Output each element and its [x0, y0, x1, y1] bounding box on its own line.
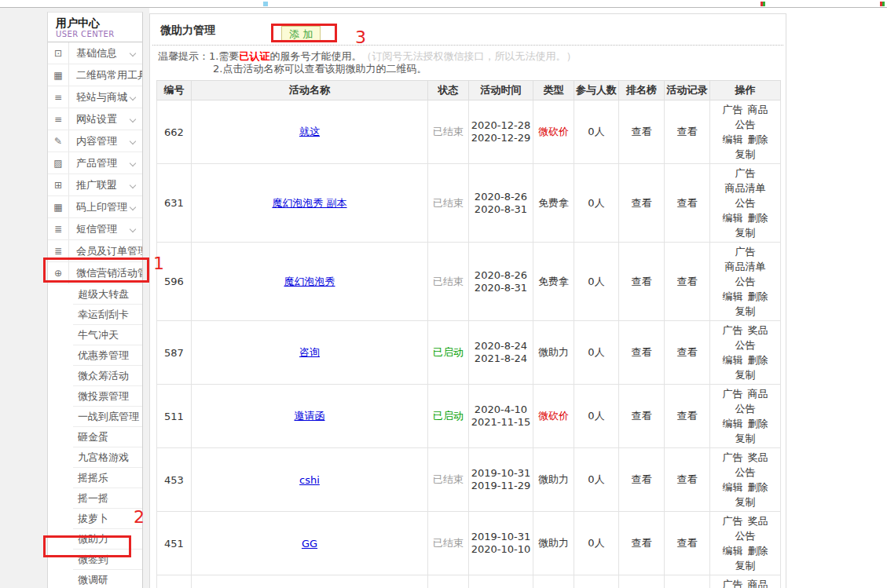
op-link[interactable]: 编辑: [723, 416, 743, 431]
op-link[interactable]: 广告: [723, 102, 743, 117]
sidebar-item[interactable]: ▦码上印管理: [48, 196, 142, 218]
submenu-item[interactable]: 微众筹活动: [73, 366, 142, 386]
op-link[interactable]: 编辑: [723, 543, 743, 558]
op-link[interactable]: 公告: [735, 465, 756, 480]
submenu-item[interactable]: 超级大转盘: [73, 284, 142, 305]
op-link[interactable]: 公告: [735, 338, 756, 352]
op-link[interactable]: 广告: [723, 513, 743, 528]
op-link[interactable]: 广告: [735, 244, 756, 259]
sidebar-item[interactable]: ≣短信管理: [48, 218, 142, 240]
record-view-link[interactable]: 查看: [677, 410, 698, 422]
edit-icon: ✎: [48, 130, 69, 152]
rank-view-link[interactable]: 查看: [632, 473, 652, 485]
op-link[interactable]: 删除: [748, 132, 768, 147]
op-link[interactable]: 删除: [748, 543, 768, 558]
op-link[interactable]: 广告: [723, 450, 743, 465]
op-link[interactable]: 广告: [723, 386, 743, 401]
op-link[interactable]: 复制: [735, 304, 756, 319]
op-link[interactable]: 删除: [748, 416, 768, 431]
sidebar-item[interactable]: ≡轻站与商城: [48, 86, 142, 108]
op-link[interactable]: 商品: [748, 577, 768, 588]
op-link[interactable]: 公告: [735, 274, 756, 289]
op-link[interactable]: 删除: [748, 289, 768, 304]
submenu-item[interactable]: 一战到底管理: [73, 407, 142, 427]
submenu-item[interactable]: 幸运刮刮卡: [73, 305, 142, 325]
submenu-item[interactable]: 九宫格游戏: [73, 447, 142, 468]
activity-time-start: 2020-8-26: [471, 269, 531, 282]
submenu-item[interactable]: 微投票管理: [73, 386, 142, 407]
sidebar-item-label: 基础信息: [69, 42, 130, 64]
op-link[interactable]: 删除: [748, 480, 768, 495]
activity-time-start: 2020-12-28: [471, 119, 531, 132]
op-link[interactable]: 复制: [735, 558, 756, 573]
op-link[interactable]: 商品: [748, 386, 768, 401]
record-view-link[interactable]: 查看: [677, 473, 698, 485]
op-link[interactable]: 奖品: [748, 323, 768, 338]
rank-view-link[interactable]: 查看: [632, 276, 652, 287]
submenu-item[interactable]: 优惠券管理: [73, 345, 142, 366]
op-link[interactable]: 复制: [735, 225, 756, 240]
op-link[interactable]: 复制: [735, 147, 756, 162]
status-text: 已启动: [428, 385, 469, 448]
op-link[interactable]: 编辑: [723, 480, 743, 495]
activity-type: 免费拿: [533, 164, 574, 243]
submenu-item[interactable]: 砸金蛋: [73, 427, 142, 447]
op-link[interactable]: 奖品: [748, 513, 768, 528]
op-link[interactable]: 公告: [735, 401, 756, 416]
op-link[interactable]: 复制: [735, 495, 756, 509]
sidebar-item[interactable]: ✎内容管理: [48, 130, 142, 152]
op-link[interactable]: 公告: [735, 117, 756, 132]
op-link[interactable]: 编辑: [723, 289, 743, 304]
op-link[interactable]: 公告: [735, 528, 756, 543]
activity-name-link[interactable]: 邀请函: [295, 410, 325, 422]
activity-name-link[interactable]: 咨询: [299, 346, 320, 358]
op-link[interactable]: 商品: [748, 102, 768, 117]
sidebar-item[interactable]: ≣会员及订单管理: [48, 240, 142, 262]
activity-name-link[interactable]: cshi: [299, 474, 320, 486]
activity-name-link[interactable]: 魔幻泡泡秀 副本: [272, 197, 346, 209]
op-link[interactable]: 广告: [735, 166, 756, 181]
activity-name-link[interactable]: 就这: [299, 126, 320, 137]
op-link[interactable]: 商品清单: [725, 181, 766, 195]
sidebar-item[interactable]: ≡网站设置: [48, 108, 142, 130]
record-view-link[interactable]: 查看: [677, 346, 698, 358]
submenu-item[interactable]: 微调研: [73, 570, 142, 588]
op-link[interactable]: 删除: [748, 210, 768, 225]
sidebar-item[interactable]: ▨产品管理: [48, 152, 142, 174]
add-button[interactable]: 添 加: [281, 26, 321, 42]
activity-name-link[interactable]: GG: [302, 538, 317, 550]
record-view-link[interactable]: 查看: [677, 197, 698, 209]
submenu-item[interactable]: 微助力: [73, 529, 142, 550]
op-link[interactable]: 复制: [735, 431, 756, 446]
op-link[interactable]: 删除: [748, 352, 768, 367]
op-link[interactable]: 广告: [723, 323, 743, 338]
submenu-item[interactable]: 摇摇乐: [73, 468, 142, 488]
op-link[interactable]: 广告: [723, 577, 743, 588]
op-link[interactable]: 编辑: [723, 210, 743, 225]
rank-view-link[interactable]: 查看: [632, 126, 652, 137]
sidebar-item[interactable]: ⊕微信营销活动管: [48, 262, 142, 284]
op-link[interactable]: 复制: [735, 367, 756, 382]
rank-view-link[interactable]: 查看: [632, 346, 652, 358]
submenu-item[interactable]: 摇一摇: [73, 488, 142, 509]
record-view-link[interactable]: 查看: [677, 537, 698, 549]
submenu-item[interactable]: 牛气冲天: [73, 325, 142, 345]
sidebar-item[interactable]: ▦二维码常用工具: [48, 64, 142, 86]
rank-view-link[interactable]: 查看: [632, 410, 652, 422]
op-link[interactable]: 编辑: [723, 352, 743, 367]
sidebar-item[interactable]: ⊡基础信息: [48, 42, 142, 64]
record-view-link[interactable]: 查看: [677, 276, 698, 287]
op-link[interactable]: 编辑: [723, 132, 743, 147]
sidebar-item[interactable]: ⊞推广联盟: [48, 174, 142, 196]
op-link[interactable]: 奖品: [748, 450, 768, 465]
op-link[interactable]: 商品清单: [725, 259, 766, 274]
rank-view-link[interactable]: 查看: [632, 197, 652, 209]
record-view-link[interactable]: 查看: [677, 126, 698, 137]
panel-header: 微助力管理 添 加: [152, 14, 783, 46]
operations-row-bottom: 编辑删除复制: [712, 416, 779, 446]
activity-name-link[interactable]: 魔幻泡泡秀: [284, 276, 335, 287]
submenu-item[interactable]: 微签到: [73, 550, 142, 570]
rank-view-link[interactable]: 查看: [632, 537, 652, 549]
submenu-item[interactable]: 拔萝卜: [73, 509, 142, 529]
op-link[interactable]: 公告: [735, 195, 756, 210]
